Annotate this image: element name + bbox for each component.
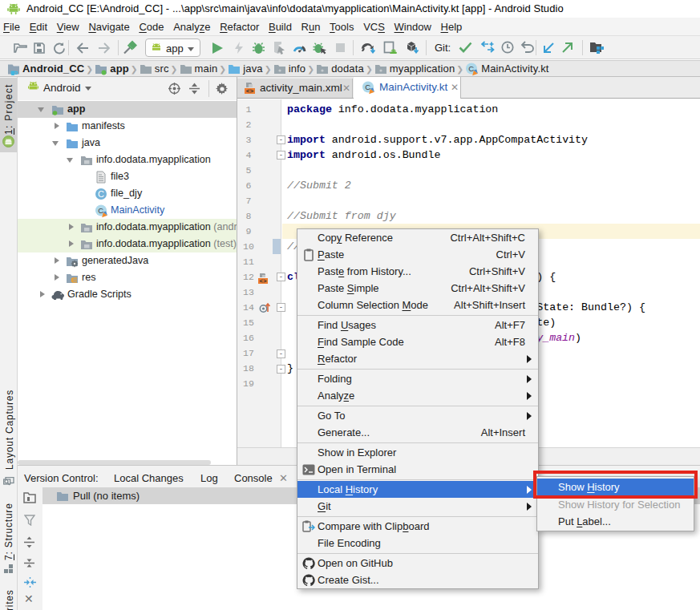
svg-text:C: C [365,83,370,91]
svg-text:<>: <> [246,87,254,95]
svg-text:C: C [98,206,103,215]
svg-text:C: C [98,189,104,199]
svg-text:<>: <> [259,278,267,285]
svg-text:C: C [469,64,475,73]
